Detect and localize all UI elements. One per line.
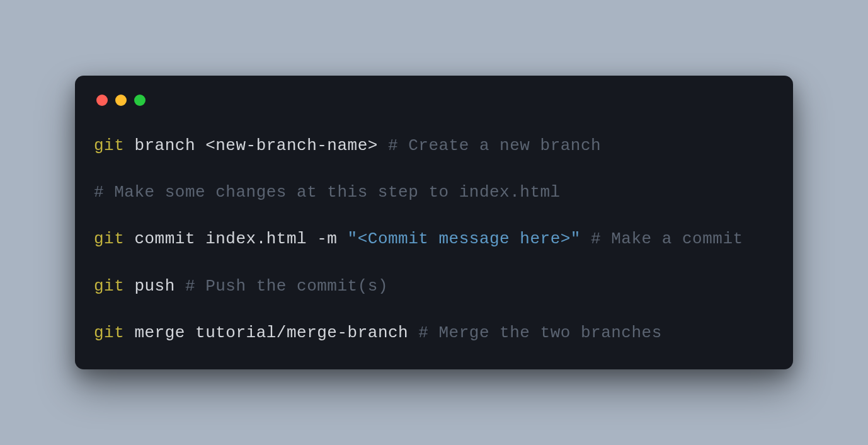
code-line-2: # Make some changes at this step to inde… xyxy=(94,181,774,204)
maximize-icon[interactable] xyxy=(134,95,146,106)
code-line-4: git push # Push the commit(s) xyxy=(94,275,774,298)
code-line-3: git commit index.html -m "<Commit messag… xyxy=(94,228,774,250)
token-text: merge tutorial/merge-branch xyxy=(124,323,418,342)
minimize-icon[interactable] xyxy=(115,95,127,106)
window-titlebar xyxy=(94,95,774,106)
token-comment: # Push the commit(s) xyxy=(185,277,388,296)
token-command: git xyxy=(94,277,124,296)
token-command: git xyxy=(94,229,124,248)
token-comment: # Create a new branch xyxy=(388,136,601,155)
token-text: push xyxy=(124,277,185,296)
code-content: git branch <new-branch-name> # Create a … xyxy=(94,134,774,345)
terminal-window: git branch <new-branch-name> # Create a … xyxy=(75,76,793,370)
token-text: commit index.html xyxy=(124,229,317,248)
close-icon[interactable] xyxy=(96,95,108,106)
token-text xyxy=(581,229,591,248)
code-line-5: git merge tutorial/merge-branch # Merge … xyxy=(94,321,774,344)
token-comment: # Make some changes at this step to inde… xyxy=(94,183,561,202)
token-text: branch <new-branch-name> xyxy=(124,136,388,155)
token-comment: # Merge the two branches xyxy=(418,323,661,342)
token-command: git xyxy=(94,136,124,155)
token-string: "<Commit message here>" xyxy=(348,229,581,248)
token-command: git xyxy=(94,323,124,342)
token-comment: # Make a commit xyxy=(591,229,743,248)
code-line-1: git branch <new-branch-name> # Create a … xyxy=(94,134,774,157)
token-flag: -m xyxy=(317,229,347,248)
